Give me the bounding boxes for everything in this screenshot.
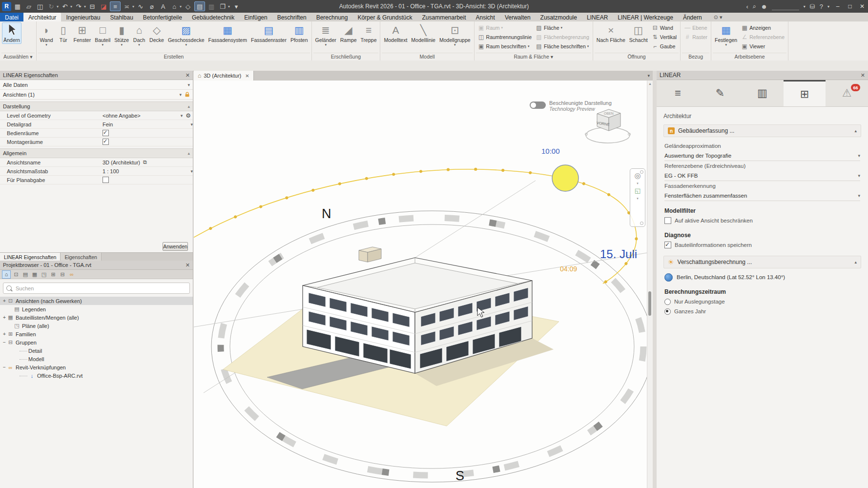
scroll-up-icon[interactable]: ▴ xyxy=(647,81,653,86)
ribbon-button-wand[interactable]: ◗Wand▾ xyxy=(39,22,55,47)
ribbon-button-modelllinie[interactable]: ╲Modelllinie xyxy=(410,22,437,44)
checkbox[interactable] xyxy=(103,177,109,183)
navigation-bar[interactable]: ◎ ▾ ◱ ▾ xyxy=(630,168,645,227)
views-icon[interactable]: ⊡ xyxy=(12,271,20,278)
checkbox[interactable] xyxy=(103,130,109,136)
ribbon-button-fläche[interactable]: ▨Fläche▾ xyxy=(535,23,590,32)
ribbon-button-fenster[interactable]: ⊞Fenster xyxy=(72,22,93,44)
ribbon-button-rampe[interactable]: ◢Rampe xyxy=(339,22,358,44)
warnings-tab[interactable]: ⚠66 xyxy=(826,80,868,106)
property-row-detailgrad[interactable]: DetailgradFein▾ xyxy=(0,120,193,129)
tree-item-modell[interactable]: Modell xyxy=(0,355,193,363)
redo-icon[interactable]: ↷ xyxy=(74,2,83,11)
select-fensterflächen-zusammenfassen[interactable]: Fensterflächen zusammenfassen▾ xyxy=(664,191,860,201)
check-auf-aktive-ansicht-beschränken[interactable]: Auf aktive Ansicht beschränken xyxy=(664,216,860,225)
help-caret-icon[interactable]: ▾ xyxy=(827,4,829,9)
ribbon-button-dach[interactable]: ⌂Dach▾ xyxy=(131,22,147,47)
ribbon-button-bauteil[interactable]: □Bauteil▾ xyxy=(93,22,112,47)
dropdown-caret-icon[interactable]: ▾ xyxy=(84,4,86,9)
close-icon[interactable]: ✕ xyxy=(245,73,249,79)
sheets-icon[interactable]: ◳ xyxy=(40,271,48,278)
tab-ingenieurbau[interactable]: Ingenieurbau xyxy=(61,13,105,21)
close-icon[interactable]: ✕ xyxy=(861,72,865,79)
browser-search[interactable] xyxy=(3,283,190,294)
ribbon-button-anzeigen[interactable]: ▦Anzeigen xyxy=(740,23,785,32)
visibility-list-icon[interactable]: ▤ xyxy=(194,1,205,11)
expander-icon[interactable]: + xyxy=(2,331,7,337)
print-icon[interactable]: ⊟ xyxy=(87,2,97,11)
ribbon-button-fassadenraster[interactable]: ▤Fassadenraster xyxy=(249,22,288,44)
apply-button[interactable]: Anwenden xyxy=(163,242,188,251)
help-icon[interactable]: ? xyxy=(820,3,823,10)
tab-zusammenarbeit[interactable]: Zusammenarbeit xyxy=(417,13,471,21)
dropdown-caret-icon[interactable]: ▾ xyxy=(70,4,72,9)
ribbon-button-raster[interactable]: #Raster xyxy=(683,32,708,41)
dropdown-caret-icon[interactable]: ▾ xyxy=(138,43,140,46)
section-verschattungsberechnung[interactable]: ☀ Verschattungsberechnung ... ▴ xyxy=(663,256,861,268)
maximize-button[interactable]: □ xyxy=(846,3,854,10)
chevron-down-icon[interactable]: ▾ xyxy=(190,122,193,127)
tree-item-revit-verknüpfungen[interactable]: −∞Revit-Verknüpfungen xyxy=(0,363,193,371)
checkbox[interactable] xyxy=(664,217,671,224)
tree-item-gruppen[interactable]: −⊟Gruppen xyxy=(0,338,193,346)
check-bauteilinformationen-speichern[interactable]: Bauteilinformationen speichern xyxy=(664,240,860,250)
tree-item-bauteillisten-mengen-alle[interactable]: +▦Bauteillisten/Mengen (alle) xyxy=(0,313,193,322)
dropdown-caret-icon[interactable]: ▾ xyxy=(725,43,727,46)
panel-tab-eigenschaften[interactable]: Eigenschaften xyxy=(61,253,102,261)
toggle-switch[interactable] xyxy=(530,102,546,109)
ribbon-button-nach-fläche[interactable]: ×Nach Fläche xyxy=(595,22,627,44)
account-name-area[interactable] xyxy=(772,3,799,10)
tree-item-legenden[interactable]: ▤Legenden xyxy=(0,305,193,313)
close-icon[interactable]: ✕ xyxy=(186,72,190,79)
dropdown-caret-icon[interactable]: ▾ xyxy=(501,26,503,30)
ribbon-button-schacht[interactable]: ◫Schacht xyxy=(628,22,649,44)
ribbon-button-raum[interactable]: ▣Raum▾ xyxy=(477,23,533,32)
tab-datei[interactable]: Datei xyxy=(0,13,23,21)
viewport-scrollbar[interactable]: ▴ xyxy=(647,81,653,488)
ribbon-button-fassadensystem[interactable]: ▦Fassadensystem xyxy=(207,22,248,44)
tree-item-pläne-alle[interactable]: ◳Pläne (alle) xyxy=(0,322,193,330)
groups-icon[interactable]: ⊟ xyxy=(59,271,66,278)
property-row-ansichtsmaßstab[interactable]: Ansichtsmaßstab1 : 100▾ xyxy=(0,167,193,176)
ribbon-button-geländer[interactable]: ≣Geländer▾ xyxy=(314,22,338,47)
ribbon-button-referenzebene[interactable]: ∠Referenzebene xyxy=(740,32,785,41)
tab-zusatzmodule[interactable]: Zusatzmodule xyxy=(536,13,582,21)
revit-logo-icon[interactable]: R xyxy=(2,2,11,11)
tab-verwalten[interactable]: Verwalten xyxy=(500,13,536,21)
open-file-icon[interactable]: ▱ xyxy=(24,2,34,11)
property-row-bedienräume[interactable]: Bedienräume xyxy=(0,129,193,138)
dropdown-caret-icon[interactable]: ▾ xyxy=(561,26,563,30)
tab-einfügen[interactable]: Einfügen xyxy=(239,13,272,21)
select-eg-ok-ffb[interactable]: EG - OK FFB▾ xyxy=(664,171,860,181)
calculator-tab[interactable]: ⊞ xyxy=(784,80,826,106)
dropdown-caret-icon[interactable]: ▾ xyxy=(228,4,230,9)
tree-item-familien[interactable]: +⊞Familien xyxy=(0,330,193,338)
view-tabs-menu-icon[interactable]: ▾ xyxy=(647,73,653,78)
radio-button[interactable] xyxy=(664,308,671,315)
dropdown-caret-icon[interactable]: ▾ xyxy=(121,43,123,46)
panel-tab-linear-eigenschaften[interactable]: LINEAR Eigenschaften xyxy=(0,253,61,261)
render-icon[interactable]: ◇ xyxy=(183,2,193,11)
section-gebaeudeerfassung[interactable]: n Gebäudeerfassung ... ▴ xyxy=(663,124,861,137)
chevron-down-icon[interactable]: ▾ xyxy=(637,182,639,185)
chevron-down-icon[interactable]: ▾ xyxy=(637,197,639,200)
sheet-issues-icon[interactable]: ◪ xyxy=(99,2,108,11)
section-darstellung[interactable]: Darstellung▴ xyxy=(0,102,193,111)
chevron-down-icon[interactable]: ▾ xyxy=(181,113,183,118)
tab-körper-grundstück[interactable]: Körper & Grundstück xyxy=(352,13,417,21)
ribbon-button-ändern[interactable]: Ändern xyxy=(2,22,21,44)
ribbon-state-icon[interactable]: ⊙ ▾ xyxy=(714,13,723,21)
schedules-icon[interactable]: ▦ xyxy=(31,271,39,278)
ribbon-button-stütze[interactable]: ▮Stütze▾ xyxy=(113,22,130,47)
store-cart-icon[interactable]: ⛁ xyxy=(810,3,815,10)
chevron-down-icon[interactable]: ▾ xyxy=(858,153,860,158)
panel-splitter[interactable] xyxy=(653,71,657,488)
expander-icon[interactable]: + xyxy=(2,315,7,320)
collapse-icon[interactable]: ▴ xyxy=(854,128,857,133)
search-input[interactable] xyxy=(15,285,186,292)
tab-ansicht[interactable]: Ansicht xyxy=(471,13,500,21)
customize-qat-icon[interactable]: ▾ xyxy=(231,2,241,11)
undo-icon[interactable]: ↶ xyxy=(60,2,70,11)
radio-nur-auslegungstage[interactable]: Nur Auslegungstage xyxy=(664,297,860,306)
back-arrow-icon[interactable]: ‹ xyxy=(746,3,748,10)
